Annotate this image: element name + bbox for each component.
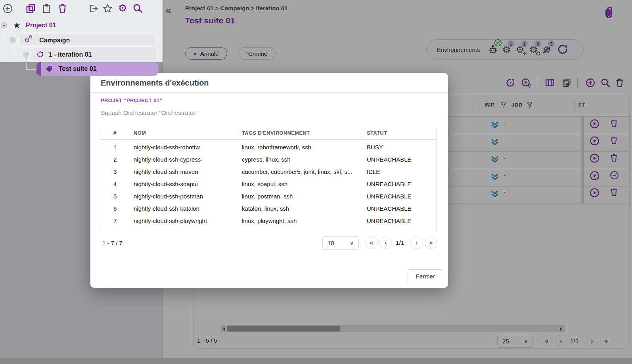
tree-node-project[interactable]: Project 01: [26, 22, 56, 29]
env-row-status: UNREACHABLE: [367, 190, 412, 202]
copy-icon[interactable]: [25, 3, 36, 14]
env-row-num: 2: [113, 153, 117, 166]
dialog-header-underline: [100, 139, 436, 140]
tree-connector: [13, 55, 22, 55]
column-separator: [363, 129, 363, 138]
env-row-num: 1: [113, 141, 117, 153]
env-row-tags: linux, soapui, ssh: [242, 178, 287, 190]
env-row-num: 3: [113, 166, 117, 178]
env-row-status: UNREACHABLE: [367, 153, 412, 166]
iteration-icon: [36, 51, 44, 59]
env-row-name: nightly-cloud-ssh-robotfw: [134, 141, 200, 153]
env-row-status: UNREACHABLE: [367, 202, 412, 215]
favorite-icon[interactable]: [102, 3, 113, 14]
dialog-orchestrator-label: Squash Orchestrator "Orchestrator": [101, 109, 197, 116]
project-star-icon: ★: [13, 21, 21, 29]
dialog-range: 1 - 7 / 7: [102, 240, 123, 246]
env-row-name: nightly-cloud-ssh-cypress: [134, 153, 201, 166]
tree-connector: [4, 40, 10, 40]
paste-icon[interactable]: [41, 3, 52, 14]
dialog-page-size-select[interactable]: 10 ∨: [322, 236, 359, 250]
collapse-iteration-button[interactable]: −: [23, 51, 29, 58]
close-dialog-button[interactable]: Fermer: [408, 269, 443, 283]
dialog-col-tags: TAGS D'ENVIRONNEMENT: [242, 130, 310, 136]
env-row-status: UNREACHABLE: [367, 178, 412, 190]
dialog-col-num: #: [113, 130, 117, 136]
dialog-title: Environnements d'exécution: [101, 78, 209, 88]
tree-node-iteration[interactable]: 1 - iteration 01: [30, 48, 158, 61]
export-icon[interactable]: [88, 3, 99, 14]
env-row-name: nightly-cloud-ssh-postman: [134, 190, 203, 202]
campaign-icon: ⚙ ⚙: [24, 36, 34, 45]
settings-icon[interactable]: ⚙: [117, 2, 128, 13]
collapse-project-button[interactable]: −: [1, 22, 7, 29]
table-left-border: [100, 128, 100, 232]
dialog-last-page-button[interactable]: »: [425, 236, 437, 249]
table-right-border: [436, 128, 437, 232]
column-separator: [238, 129, 238, 138]
dialog-header-divider: [90, 92, 448, 93]
env-row-tags: linux, playwright, ssh: [242, 215, 297, 227]
env-row-tags: katalon, linux, ssh: [242, 202, 289, 215]
dialog-project-label: PROJET "PROJECT 01": [101, 97, 162, 103]
env-row-name: nightly-cloud-ssh-playwright: [134, 215, 207, 227]
env-row-name: nightly-cloud-ssh-soapui: [134, 178, 198, 190]
environments-dialog: Environnements d'exécution PROJET "PROJE…: [90, 73, 448, 288]
dialog-col-name: NOM: [134, 130, 146, 136]
env-row-tags: linux, robotframework, ssh: [242, 141, 311, 153]
env-row-tags: linux, postman, ssh: [242, 190, 293, 202]
dialog-next-page-button[interactable]: ›: [410, 236, 423, 249]
env-row-num: 6: [113, 202, 117, 215]
env-row-name: nightly-cloud-ssh-maven: [134, 166, 198, 178]
dialog-first-page-button[interactable]: «: [365, 236, 378, 249]
dialog-col-status: STATUT: [367, 130, 387, 136]
env-row-num: 5: [113, 190, 117, 202]
env-row-status: IDLE: [367, 166, 380, 178]
dialog-prev-page-button[interactable]: ‹: [379, 236, 392, 249]
tree-connector: [26, 69, 36, 70]
env-row-tags: cypress, linux, ssh: [242, 153, 291, 166]
chevron-down-icon: ∨: [350, 240, 354, 246]
env-row-num: 7: [113, 215, 117, 227]
tree-connector: [26, 58, 27, 69]
tree-search-icon[interactable]: [132, 3, 143, 14]
env-row-num: 4: [113, 178, 117, 190]
env-row-status: BUSY: [367, 141, 383, 153]
tree-node-test-suite-selected[interactable]: Test suite 01: [36, 62, 158, 76]
env-row-status: UNREACHABLE: [367, 215, 412, 227]
tree-delete-icon[interactable]: [57, 3, 68, 14]
tree-connector: [13, 44, 13, 55]
env-row-name: nightly-cloud-ssh-katalon: [134, 202, 199, 215]
tree-node-campaign[interactable]: ⚙ ⚙ Campaign: [18, 34, 156, 47]
tree-panel: ⚙ − ★ Project 01 − ⚙ ⚙ Campaign −: [0, 0, 163, 62]
app-screen: « Project 01 > Campaign > iteration 01 T…: [0, 0, 632, 364]
test-suite-tag-icon: [45, 65, 54, 73]
env-row-tags: cucumber, cucumber5, junit, linux, skf, …: [242, 166, 352, 178]
dialog-page-indicator: 1/1: [396, 239, 404, 246]
tree-add-icon[interactable]: [2, 3, 13, 14]
tree-connector: [4, 29, 5, 40]
suite-selection-cap: [36, 62, 41, 76]
collapse-campaign-button[interactable]: −: [10, 37, 16, 43]
